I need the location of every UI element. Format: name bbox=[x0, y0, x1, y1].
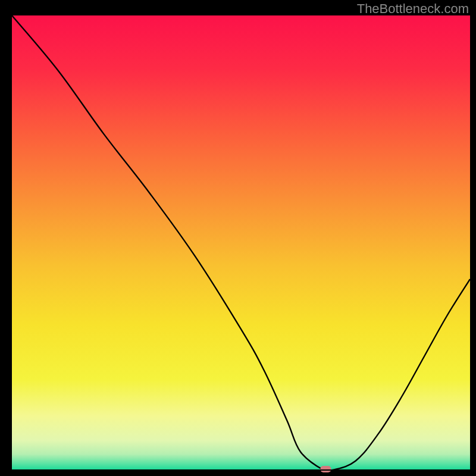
optimum-marker bbox=[320, 466, 331, 472]
bottleneck-chart bbox=[0, 0, 476, 476]
chart-container: TheBottleneck.com bbox=[0, 0, 476, 476]
chart-background bbox=[12, 15, 470, 470]
